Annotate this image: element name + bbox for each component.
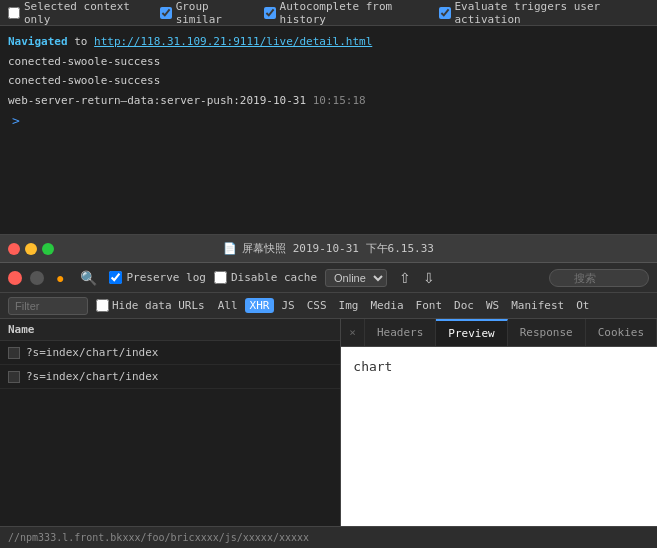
log-text-1: conected-swoole-success xyxy=(8,53,160,71)
log-line-3: web-server-return—data:server-push:2019-… xyxy=(8,91,649,111)
file-item-1[interactable]: ?s=index/chart/index xyxy=(0,365,340,389)
autocomplete-label[interactable]: Autocomplete from history xyxy=(264,0,427,26)
main-content: Name ?s=index/chart/index ?s=index/chart… xyxy=(0,319,657,526)
filter-tab-doc[interactable]: Doc xyxy=(449,298,479,313)
log-text-3: web-server-return—data:server-push:2019-… xyxy=(8,92,306,110)
evaluate-triggers-checkbox[interactable] xyxy=(439,7,451,19)
filter-bar: Hide data URLs All XHR JS CSS Img Media … xyxy=(0,293,657,319)
filter-tab-all[interactable]: All xyxy=(213,298,243,313)
disable-cache-checkbox[interactable] xyxy=(214,271,227,284)
disable-cache-label[interactable]: Disable cache xyxy=(214,271,317,284)
filter-tab-ot[interactable]: Ot xyxy=(571,298,594,313)
filter-tab-xhr[interactable]: XHR xyxy=(245,298,275,313)
log-arrow-line: > xyxy=(8,110,649,133)
preserve-log-checkbox[interactable] xyxy=(109,271,122,284)
response-tab[interactable]: Response xyxy=(508,319,586,346)
download-button[interactable]: ⇩ xyxy=(419,268,439,288)
group-similar-checkbox[interactable] xyxy=(160,7,172,19)
hide-data-urls-checkbox[interactable] xyxy=(96,299,109,312)
filter-tab-ws[interactable]: WS xyxy=(481,298,504,313)
log-text-2: conected-swoole-success xyxy=(8,72,160,90)
hide-data-urls-label[interactable]: Hide data URLs xyxy=(96,299,205,312)
log-line-navigated: Navigated to http://118.31.109.21:9111/l… xyxy=(8,32,649,52)
preview-panel: × Headers Preview Response Cookies chart xyxy=(341,319,657,526)
cookies-tab[interactable]: Cookies xyxy=(586,319,657,346)
traffic-lights xyxy=(8,243,54,255)
filter-icon[interactable]: ● xyxy=(52,268,68,288)
selected-context-only-label[interactable]: Selected context only xyxy=(8,0,148,26)
network-throttle-select[interactable]: Online xyxy=(325,269,387,287)
navigated-to-text: to xyxy=(68,33,95,51)
selected-context-only-checkbox[interactable] xyxy=(8,7,20,19)
devtools-area: ● 🔍 Preserve log Disable cache Online ⇧ … xyxy=(0,263,657,548)
filter-tab-img[interactable]: Img xyxy=(334,298,364,313)
group-similar-label[interactable]: Group similar xyxy=(160,0,252,26)
close-button[interactable] xyxy=(8,243,20,255)
filter-input[interactable] xyxy=(8,297,88,315)
upload-button[interactable]: ⇧ xyxy=(395,268,415,288)
file-checkbox-1 xyxy=(8,371,20,383)
filter-tab-media[interactable]: Media xyxy=(365,298,408,313)
preview-tab[interactable]: Preview xyxy=(436,319,507,346)
autocomplete-checkbox[interactable] xyxy=(264,7,276,19)
filter-tab-js[interactable]: JS xyxy=(276,298,299,313)
search-icon-btn[interactable]: 🔍 xyxy=(76,268,101,288)
close-tab-btn[interactable]: × xyxy=(341,319,365,346)
evaluate-triggers-label[interactable]: Evaluate triggers user activation xyxy=(439,0,650,26)
navigated-label: Navigated xyxy=(8,33,68,51)
console-arrow: > xyxy=(12,111,20,132)
console-toolbar-right: Autocomplete from history Evaluate trigg… xyxy=(264,0,649,26)
search-input[interactable] xyxy=(549,269,649,287)
console-toolbar: Selected context only Group similar Auto… xyxy=(0,0,657,26)
preview-tabs: × Headers Preview Response Cookies xyxy=(341,319,657,347)
filter-tab-font[interactable]: Font xyxy=(411,298,448,313)
log-line-1: conected-swoole-success xyxy=(8,52,649,72)
file-list-panel: Name ?s=index/chart/index ?s=index/chart… xyxy=(0,319,341,526)
navigated-url[interactable]: http://118.31.109.21:9111/live/detail.ht… xyxy=(94,33,372,51)
record-button[interactable] xyxy=(8,271,22,285)
preserve-log-label[interactable]: Preserve log xyxy=(109,271,205,284)
minimize-button[interactable] xyxy=(25,243,37,255)
console-area: Selected context only Group similar Auto… xyxy=(0,0,657,235)
log-timestamp: 10:15:18 xyxy=(306,92,366,110)
stop-button[interactable] xyxy=(30,271,44,285)
upload-buttons: ⇧ ⇩ xyxy=(395,268,439,288)
search-container: 🔍 xyxy=(549,269,649,287)
title-icon: 📄 xyxy=(223,242,237,255)
bottom-bar: //npm333.l.front.bkxxx/foo/bricxxxx/js/x… xyxy=(0,526,657,548)
preview-content: chart xyxy=(341,347,657,526)
file-item-0[interactable]: ?s=index/chart/index xyxy=(0,341,340,365)
file-checkbox-0 xyxy=(8,347,20,359)
headers-tab[interactable]: Headers xyxy=(365,319,436,346)
maximize-button[interactable] xyxy=(42,243,54,255)
filter-tab-manifest[interactable]: Manifest xyxy=(506,298,569,313)
file-list-header: Name xyxy=(0,319,340,341)
log-line-2: conected-swoole-success xyxy=(8,71,649,91)
filter-tabs: All XHR JS CSS Img Media Font Doc WS Man… xyxy=(213,298,595,313)
devtools-toolbar: ● 🔍 Preserve log Disable cache Online ⇧ … xyxy=(0,263,657,293)
filter-tab-css[interactable]: CSS xyxy=(302,298,332,313)
title-text: 屏幕快照 2019-10-31 下午6.15.33 xyxy=(242,241,434,256)
console-log-area: Navigated to http://118.31.109.21:9111/l… xyxy=(0,26,657,139)
title-bar: 📄 屏幕快照 2019-10-31 下午6.15.33 xyxy=(0,235,657,263)
